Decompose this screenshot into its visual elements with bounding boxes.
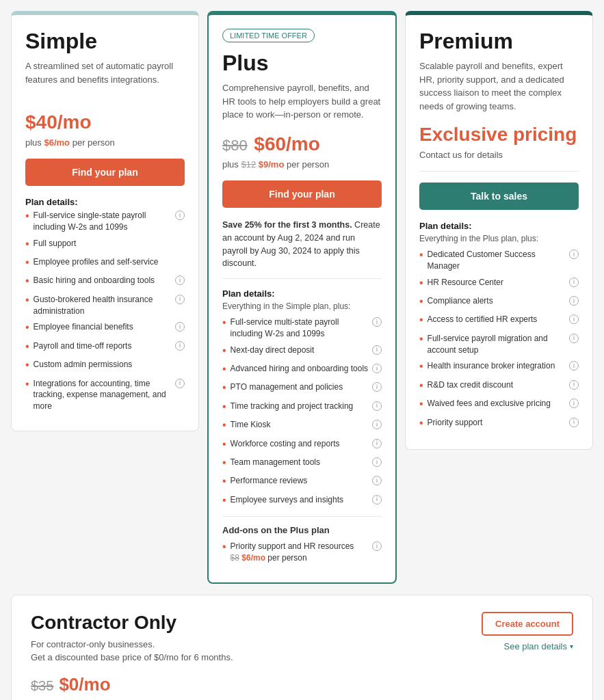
info-icon[interactable]: i xyxy=(372,382,382,392)
list-item: • Access to certified HR experts i xyxy=(419,314,579,327)
list-item: • Health insurance broker integration i xyxy=(419,360,579,374)
info-icon[interactable]: i xyxy=(372,476,382,485)
info-icon[interactable]: i xyxy=(372,495,382,504)
bullet-icon: • xyxy=(222,437,226,452)
plan-premium-details-label: Plan details: xyxy=(419,221,579,231)
list-item: • Waived fees and exclusive pricing i xyxy=(419,398,579,412)
contractor-price-row: $35 $0/mo xyxy=(31,674,482,695)
bullet-icon: • xyxy=(222,315,226,330)
contractor-desc: For contractor-only businesses. Get a di… xyxy=(31,638,482,664)
info-icon[interactable]: i xyxy=(372,439,382,448)
bullet-icon: • xyxy=(419,247,423,262)
info-icon[interactable]: i xyxy=(175,211,185,220)
info-icon[interactable]: i xyxy=(175,275,185,285)
bullet-icon: • xyxy=(25,293,29,308)
bullet-icon: • xyxy=(222,455,226,470)
plan-premium: Premium Scalable payroll and benefits, e… xyxy=(405,11,593,450)
list-item: • Priority support i xyxy=(419,417,579,431)
bullet-icon: • xyxy=(222,362,226,377)
bullet-icon: • xyxy=(419,378,423,393)
info-icon[interactable]: i xyxy=(372,401,382,411)
info-icon[interactable]: i xyxy=(569,361,579,371)
plan-plus-details-label: Plan details: xyxy=(222,288,382,299)
plan-plus-price-sub: plus $12 $9/mo per person xyxy=(222,159,382,170)
bullet-icon: • xyxy=(25,339,29,354)
plan-simple: Simple A streamlined set of automatic pa… xyxy=(11,11,199,431)
contractor-price-strike: $35 xyxy=(31,678,53,694)
bullet-icon: • xyxy=(25,358,29,373)
plan-premium-cta[interactable]: Talk to sales xyxy=(419,183,579,210)
plan-premium-exclusive: Exclusive pricing xyxy=(419,124,579,146)
info-icon[interactable]: i xyxy=(569,334,579,343)
info-icon[interactable]: i xyxy=(569,250,579,259)
see-plan-details-link[interactable]: See plan details ▾ xyxy=(503,641,573,651)
addon-price-accent: $6/mo xyxy=(241,553,265,563)
info-icon[interactable]: i xyxy=(372,541,382,551)
info-icon[interactable]: i xyxy=(569,399,579,408)
plan-simple-name: Simple xyxy=(25,29,185,54)
plan-simple-price-sub: plus $6/mo per person xyxy=(25,137,185,148)
list-item: • Full-service single-state payroll incl… xyxy=(25,210,185,233)
info-icon[interactable]: i xyxy=(569,296,579,306)
contractor-right: Create account See plan details ▾ xyxy=(482,612,573,651)
bullet-icon: • xyxy=(222,343,226,358)
list-item: • Custom admin permissions xyxy=(25,359,185,373)
info-icon[interactable]: i xyxy=(175,322,185,332)
bullet-icon: • xyxy=(222,474,226,489)
plan-plus-addons: Add-ons on the Plus plan • Priority supp… xyxy=(222,516,382,564)
list-item: • Priority support and HR resources $8 $… xyxy=(222,541,382,564)
bullet-icon: • xyxy=(25,255,29,270)
info-icon[interactable]: i xyxy=(569,278,579,287)
plan-simple-price: $40/mo xyxy=(25,111,92,133)
info-icon[interactable]: i xyxy=(372,457,382,467)
limited-time-badge: LIMITED TIME OFFER xyxy=(222,29,315,42)
plan-plus-price-strike: $80 xyxy=(222,137,248,154)
bullet-icon: • xyxy=(222,539,226,554)
bullet-icon: • xyxy=(222,493,226,508)
list-item: • R&D tax credit discount i xyxy=(419,379,579,393)
plan-plus: LIMITED TIME OFFER Plus Comprehensive pa… xyxy=(207,11,397,584)
bullet-icon: • xyxy=(222,380,226,395)
bullet-icon: • xyxy=(419,359,423,374)
plan-simple-cta[interactable]: Find your plan xyxy=(25,159,185,186)
info-icon[interactable]: i xyxy=(372,420,382,429)
list-item: • Integrations for accounting, time trac… xyxy=(25,378,185,412)
plan-simple-features: • Full-service single-state payroll incl… xyxy=(25,210,185,412)
contractor-name: Contractor Only xyxy=(31,612,482,634)
chevron-down-icon: ▾ xyxy=(570,643,573,650)
info-icon[interactable]: i xyxy=(372,364,382,373)
plan-plus-cta[interactable]: Find your plan xyxy=(222,180,382,208)
info-icon[interactable]: i xyxy=(569,380,579,390)
info-icon[interactable]: i xyxy=(372,317,382,327)
list-item: • Payroll and time-off reports i xyxy=(25,340,185,354)
bullet-icon: • xyxy=(25,377,29,392)
list-item: • Next-day direct deposit i xyxy=(222,345,382,358)
info-icon[interactable]: i xyxy=(175,341,185,351)
contractor-section: Contractor Only For contractor-only busi… xyxy=(11,595,593,700)
addon-price-strike: $8 xyxy=(231,553,239,563)
plan-plus-details-sub: Everything in the Simple plan, plus: xyxy=(222,301,382,311)
list-item: • Gusto-brokered health insurance admini… xyxy=(25,294,185,317)
info-icon[interactable]: i xyxy=(175,295,185,304)
info-icon[interactable]: i xyxy=(569,314,579,324)
list-item: • Time Kiosk i xyxy=(222,419,382,433)
list-item: • HR Resource Center i xyxy=(419,277,579,291)
plan-plus-price: $60/mo xyxy=(254,133,320,154)
info-icon[interactable]: i xyxy=(569,418,579,427)
plan-premium-name: Premium xyxy=(419,29,579,54)
pricing-cards: Simple A streamlined set of automatic pa… xyxy=(11,11,593,584)
contractor-cta[interactable]: Create account xyxy=(482,612,573,636)
plan-plus-features: • Full-service multi-state payroll inclu… xyxy=(222,317,382,508)
list-item: • Full support xyxy=(25,238,185,252)
info-icon[interactable]: i xyxy=(372,345,382,355)
bullet-icon: • xyxy=(419,312,423,327)
bullet-icon: • xyxy=(25,273,29,288)
bullet-icon: • xyxy=(419,332,423,347)
plan-premium-description: Scalable payroll and benefits, expert HR… xyxy=(419,59,579,113)
info-icon[interactable]: i xyxy=(175,379,185,388)
plan-premium-details-sub: Everything in the Plus plan, plus: xyxy=(419,234,579,243)
plan-plus-savings: Save 25% for the first 3 months. Create … xyxy=(222,219,382,279)
bullet-icon: • xyxy=(419,416,423,431)
bullet-icon: • xyxy=(419,294,423,309)
list-item: • Full-service payroll migration and acc… xyxy=(419,333,579,356)
